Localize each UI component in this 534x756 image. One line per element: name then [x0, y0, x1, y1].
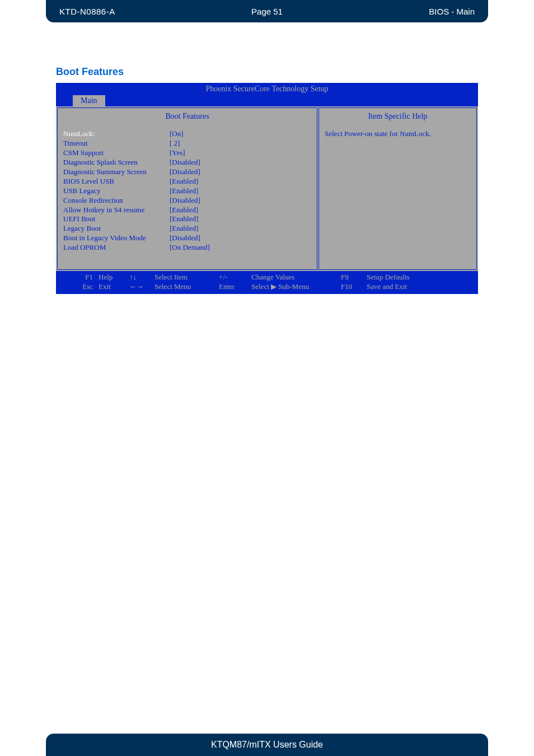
key-leftright-icon: ←→ [129, 282, 154, 292]
key-setup-defaults: Setup Defaults [367, 273, 475, 282]
bios-option-label: Boot in Legacy Video Mode [63, 234, 170, 243]
bios-options-list: NumLock:[On]Timeout[ 2]CSM Support[Yes]D… [63, 129, 311, 253]
bios-option-row[interactable]: BIOS Level USB[Enabled] [63, 177, 311, 186]
bios-option-row[interactable]: USB Legacy[Enabled] [63, 186, 311, 196]
bios-option-label: USB Legacy [63, 186, 170, 196]
key-f9: F9 [341, 273, 367, 282]
header-section: BIOS - Main [429, 7, 475, 16]
key-f1: F1 [59, 273, 99, 282]
bios-option-row[interactable]: Diagnostic Splash Screen[Disabled] [63, 158, 311, 167]
bios-option-value[interactable]: [Enabled] [170, 177, 198, 186]
bios-option-label: Timeout [63, 139, 170, 148]
bios-option-value[interactable]: [Enabled] [170, 206, 198, 215]
bios-option-label: CSM Support [63, 148, 170, 158]
bios-option-row[interactable]: Timeout[ 2] [63, 139, 311, 148]
bios-body: Boot Features NumLock:[On]Timeout[ 2]CSM… [56, 106, 478, 271]
bios-option-row[interactable]: NumLock:[On] [63, 129, 311, 139]
bios-key-legend: F1 Help ↑↓ Select Item +/- Change Values… [56, 271, 478, 294]
key-select-menu: Select Menu [154, 282, 219, 292]
bios-option-value[interactable]: [On] [170, 129, 184, 139]
bios-option-label: Console Redirection [63, 196, 170, 206]
bios-option-value[interactable]: [Disabled] [170, 158, 200, 167]
bios-option-value[interactable]: [Enabled] [170, 224, 198, 234]
bios-option-value[interactable]: [Disabled] [170, 196, 200, 206]
bios-option-label: NumLock: [63, 129, 170, 139]
bios-option-value[interactable]: [Disabled] [170, 234, 200, 243]
key-help: Help [99, 273, 129, 282]
bios-option-label: Diagnostic Splash Screen [63, 158, 170, 167]
header-page-num: Page 51 [251, 7, 283, 16]
page-header: KTD-N0886-A Page 51 BIOS - Main [46, 0, 488, 22]
bios-option-label: Diagnostic Summary Screen [63, 167, 170, 177]
bios-option-row[interactable]: CSM Support[Yes] [63, 148, 311, 158]
key-plusminus: +/- [219, 273, 251, 282]
bios-option-label: UEFI Boot [63, 214, 170, 224]
bios-option-value[interactable]: [Yes] [170, 148, 185, 158]
bios-screenshot: Phoenix SecureCore Technology Setup Main… [56, 83, 478, 294]
section-title: Boot Features [56, 66, 124, 78]
bios-window-title: Phoenix SecureCore Technology Setup [56, 83, 478, 95]
footer-doc-title: KTQM87/mITX Users Guide [211, 740, 323, 750]
bios-option-row[interactable]: Allow Hotkey in S4 resume[Enabled] [63, 206, 311, 215]
bios-key-legend-row: F1 Help ↑↓ Select Item +/- Change Values… [59, 273, 475, 282]
bios-tab-bar: Main [56, 95, 478, 106]
bios-option-value[interactable]: [ 2] [170, 139, 180, 148]
bios-help-panel: Item Specific Help Select Power-on state… [318, 108, 477, 270]
bios-option-label: Legacy Boot [63, 224, 170, 234]
bios-tab-main[interactable]: Main [73, 95, 105, 106]
bios-option-value[interactable]: [Disabled] [170, 167, 200, 177]
bios-option-row[interactable]: UEFI Boot[Enabled] [63, 214, 311, 224]
bios-left-panel-title: Boot Features [63, 111, 311, 122]
key-f10: F10 [341, 282, 367, 292]
key-updown-icon: ↑↓ [129, 273, 154, 282]
bios-help-panel-title: Item Specific Help [325, 111, 471, 122]
bios-option-row[interactable]: Console Redirection[Disabled] [63, 196, 311, 206]
key-select-item: Select Item [154, 273, 219, 282]
bios-option-row[interactable]: Diagnostic Summary Screen[Disabled] [63, 167, 311, 177]
bios-option-label: BIOS Level USB [63, 177, 170, 186]
bios-key-legend-row: Esc Exit ←→ Select Menu Enter Select ▶ S… [59, 282, 475, 292]
bios-option-value[interactable]: [Enabled] [170, 214, 198, 224]
bios-option-label: Load OPROM [63, 243, 170, 253]
key-esc: Esc [59, 282, 99, 292]
bios-option-value[interactable]: [Enabled] [170, 186, 198, 196]
bios-option-label: Allow Hotkey in S4 resume [63, 206, 170, 215]
key-enter: Enter [219, 282, 251, 292]
page-footer: KTQM87/mITX Users Guide [46, 734, 488, 756]
key-change-values: Change Values [251, 273, 341, 282]
bios-option-row[interactable]: Legacy Boot[Enabled] [63, 224, 311, 234]
key-save-exit: Save and Exit [367, 282, 475, 292]
key-select-submenu: Select ▶ Sub-Menu [251, 282, 341, 292]
bios-left-panel: Boot Features NumLock:[On]Timeout[ 2]CSM… [57, 108, 317, 270]
key-exit: Exit [99, 282, 129, 292]
bios-option-row[interactable]: Load OPROM[On Demand] [63, 243, 311, 253]
header-doc-id: KTD-N0886-A [59, 7, 115, 16]
bios-option-value[interactable]: [On Demand] [170, 243, 210, 253]
bios-help-text: Select Power-on state for NumLock. [325, 129, 471, 139]
bios-option-row[interactable]: Boot in Legacy Video Mode[Disabled] [63, 234, 311, 243]
